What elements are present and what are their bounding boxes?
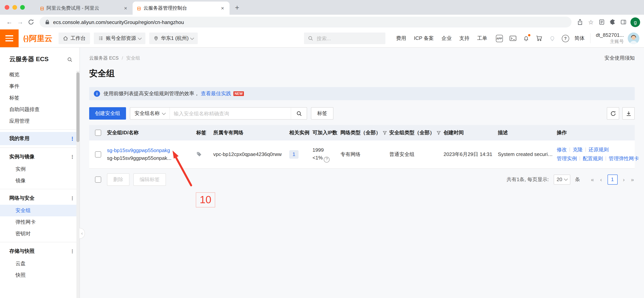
action-clone[interactable]: 克隆 (573, 147, 583, 152)
sidebar-item-security-groups[interactable]: 安全组 (0, 205, 80, 216)
action-modify[interactable]: 修改 (557, 147, 567, 152)
best-practice-link[interactable]: 查看最佳实践 (201, 90, 231, 97)
minimize-window-button[interactable] (12, 5, 17, 10)
back-icon[interactable]: ← (4, 17, 15, 27)
language-switch[interactable]: 简体 (574, 35, 584, 42)
user-info[interactable]: dt_852701... 主账号 (596, 32, 624, 45)
help-circle-icon[interactable]: ? (324, 156, 330, 162)
sidebar-item-images[interactable]: 镜像 (0, 175, 80, 186)
page-size-select[interactable]: 20 (554, 174, 570, 184)
edit-tags-button[interactable]: 编辑标签 (134, 173, 166, 186)
maximize-window-button[interactable] (20, 5, 25, 10)
forward-icon[interactable]: → (15, 17, 26, 27)
select-all-checkbox[interactable] (95, 130, 101, 136)
filter-funnel-icon[interactable] (383, 131, 387, 135)
kebab-menu-icon[interactable]: ⋮ (70, 154, 75, 159)
browser-tab-ecs-console[interactable]: (-) 云服务器管理控制台 × (132, 1, 230, 15)
col-header-instances[interactable]: 相关实例 (289, 129, 312, 136)
reading-list-icon[interactable] (596, 17, 607, 27)
menu-item-icp[interactable]: ICP 备案 (414, 35, 434, 42)
extensions-puzzle-icon[interactable] (607, 17, 618, 27)
kebab-menu-icon[interactable]: ⋮ (70, 196, 75, 201)
browser-profile-avatar[interactable]: g (630, 17, 640, 27)
col-header-id[interactable]: 安全组ID/名称 (107, 129, 196, 136)
user-avatar[interactable] (628, 32, 639, 44)
delete-button[interactable]: 删除 (107, 173, 130, 186)
sidebar-scrollbar-thumb[interactable] (76, 72, 80, 142)
footer-select-all-checkbox[interactable] (95, 176, 101, 182)
sg-name-search-input[interactable] (170, 108, 291, 119)
action-manage-instances[interactable]: 管理实例 (557, 155, 577, 161)
next-page-button[interactable]: › (622, 176, 626, 182)
vpc-id-cell[interactable]: vpc-bp12cpx0qpae4236q0rww (213, 151, 289, 157)
menu-item-billing[interactable]: 费用 (396, 35, 406, 42)
sidebar-section-network-security[interactable]: 网络与安全 ⋮ (0, 192, 80, 205)
workbench-button[interactable]: 工作台 (58, 32, 90, 44)
export-download-button[interactable] (622, 107, 635, 120)
sidebar-item-instances[interactable]: 实例 (0, 163, 80, 175)
col-header-ip-quota[interactable]: 可加入IP数 (312, 129, 340, 136)
help-icon[interactable]: ? (562, 35, 569, 42)
notifications-bell-icon[interactable] (523, 35, 529, 41)
sidebar-item-events[interactable]: 事件 (0, 81, 80, 92)
menu-item-enterprise[interactable]: 企业 (442, 35, 452, 42)
cart-icon[interactable] (536, 35, 542, 41)
current-page-button[interactable]: 1 (607, 174, 618, 184)
mobile-app-icon[interactable]: APP (496, 35, 503, 42)
sidebar-item-snapshots[interactable]: 快照 (0, 269, 80, 281)
related-instances-badge[interactable]: 1 (289, 150, 298, 159)
share-icon[interactable] (574, 17, 586, 27)
col-header-vpc[interactable]: 所属专有网络 (213, 129, 289, 136)
sidebar-item-app-mgmt[interactable]: 应用管理 (0, 115, 80, 127)
cloud-shell-icon[interactable] (509, 35, 516, 41)
security-notice-link[interactable]: 安全使用须知 (604, 55, 635, 62)
tag-icon[interactable] (196, 151, 213, 157)
filter-field-dropdown[interactable]: 安全组名称 (130, 108, 170, 119)
sidebar-section-instances-images[interactable]: 实例与镜像 ⋮ (0, 150, 80, 163)
sidebar-item-disks[interactable]: 云盘 (0, 258, 80, 269)
side-panel-icon[interactable] (618, 17, 629, 27)
close-tab-icon[interactable]: × (123, 5, 128, 11)
action-configure-rules[interactable]: 配置规则 (583, 155, 603, 161)
region-selector[interactable]: 华东1 (杭州) (149, 32, 198, 44)
sidebar-item-tags[interactable]: 标签 (0, 92, 80, 104)
col-header-net-type[interactable]: 网络类型（全部） (340, 129, 389, 136)
action-restore-rules[interactable]: 还原规则 (588, 147, 609, 152)
close-window-button[interactable] (5, 5, 9, 10)
col-header-tag[interactable]: 标签 (196, 129, 213, 136)
sg-id-link[interactable]: sg-bp15sv9ggpwp55onpakg (107, 147, 170, 153)
first-page-button[interactable]: « (590, 176, 595, 182)
sidebar-item-self-check[interactable]: 自助问题排查 (0, 104, 80, 115)
close-tab-icon[interactable]: × (220, 5, 225, 11)
address-bar[interactable]: ecs.console.aliyun.com/securityGroup/reg… (40, 17, 572, 27)
tag-filter-button[interactable]: 标签 (311, 107, 334, 120)
create-security-group-button[interactable]: 创建安全组 (89, 107, 126, 120)
search-submit-button[interactable] (291, 108, 307, 119)
console-search-box[interactable] (304, 32, 385, 44)
menu-item-support[interactable]: 支持 (459, 35, 469, 42)
row-checkbox[interactable] (95, 151, 101, 157)
aliyun-logo[interactable]: (-) 阿里云 (18, 33, 58, 43)
menu-item-tickets[interactable]: 工单 (477, 35, 487, 42)
col-header-sg-type[interactable]: 安全组类型（全部） (389, 129, 444, 136)
kebab-menu-icon[interactable]: ⋮ (70, 136, 75, 141)
sidebar-section-storage-snapshots[interactable]: 存储与快照 ⋮ (0, 245, 80, 258)
sidebar-item-keypairs[interactable]: 密钥对 (0, 228, 80, 240)
refresh-button[interactable] (607, 107, 619, 120)
filter-funnel-icon[interactable] (436, 131, 441, 135)
console-search-input[interactable] (316, 35, 368, 42)
reload-icon[interactable] (26, 17, 36, 27)
lightbulb-icon[interactable] (549, 35, 555, 41)
sidebar-search-icon[interactable] (67, 57, 72, 62)
col-header-created[interactable]: 创建时间 (444, 129, 498, 136)
sidebar-scrollbar[interactable] (76, 71, 80, 298)
breadcrumb-root[interactable]: 云服务器 ECS (89, 55, 119, 61)
kebab-menu-icon[interactable]: ⋮ (70, 249, 75, 254)
account-resources-button[interactable]: 账号全部资源 (94, 32, 146, 44)
bookmark-star-icon[interactable]: ☆ (586, 17, 596, 27)
sidebar-item-eni[interactable]: 弹性网卡 (0, 216, 80, 228)
col-header-desc[interactable]: 描述 (498, 129, 557, 136)
hamburger-menu-button[interactable] (0, 29, 18, 47)
new-tab-button[interactable]: + (235, 3, 239, 12)
action-manage-eni[interactable]: 管理弹性网卡 (609, 155, 639, 161)
